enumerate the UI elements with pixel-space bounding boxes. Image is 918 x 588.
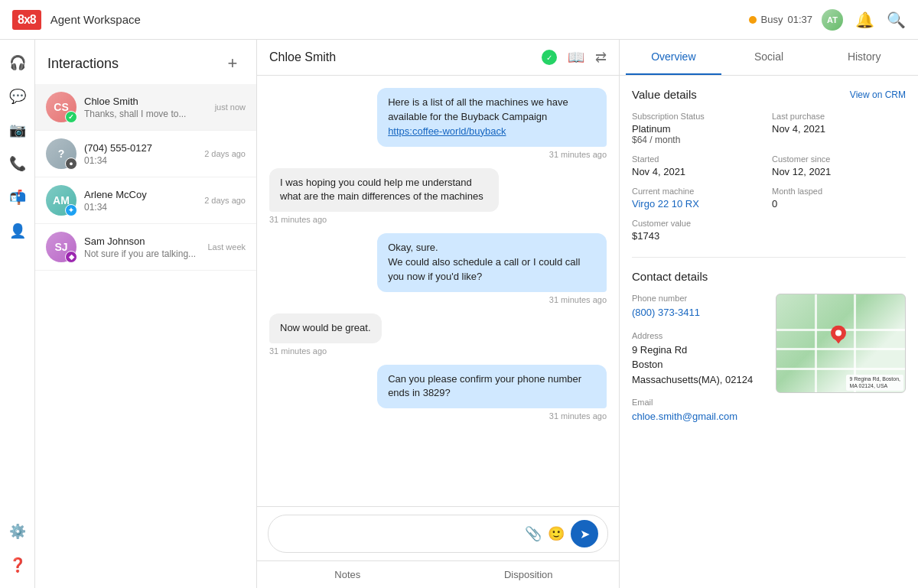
nav-video[interactable]: 📷 xyxy=(4,116,31,144)
contact-info: Arlene McCoy 01:34 xyxy=(84,189,194,213)
interactions-panel: Interactions + CS ✓ Chloe Smith Thanks, … xyxy=(35,40,257,588)
chat-input-row: 📎 🙂 ➤ xyxy=(268,515,608,553)
address-label: Address xyxy=(632,331,767,340)
contact-time: 2 days ago xyxy=(204,196,246,205)
chat-footer-tabs: Notes Disposition xyxy=(257,560,619,588)
nav-help[interactable]: ❓ xyxy=(4,551,31,579)
notifications-icon[interactable]: 🔔 xyxy=(855,11,874,29)
agent-avatar[interactable]: AT xyxy=(822,9,843,31)
attach-icon[interactable]: 📎 xyxy=(525,525,542,542)
tab-social[interactable]: Social xyxy=(721,40,817,75)
topbar: 8x8 Agent Workspace Busy 01:37 AT 🔔 🔍 xyxy=(0,0,918,40)
contact-item[interactable]: AM ✦ Arlene McCoy 01:34 2 days ago xyxy=(35,177,256,224)
contact-item[interactable]: SJ ◆ Sam Johnson Not sure if you are tal… xyxy=(35,224,256,271)
nav-contacts[interactable]: 👤 xyxy=(4,217,31,245)
address-detail: Address 9 Regina Rd Boston Massachusetts… xyxy=(632,331,767,388)
message-row: I was hoping you could help me understan… xyxy=(269,168,607,231)
transfer-icon[interactable]: ⇄ xyxy=(595,49,607,66)
chat-header: Chloe Smith ✓ 📖 ⇄ xyxy=(257,40,619,76)
svg-marker-1 xyxy=(834,337,843,343)
chat-input[interactable] xyxy=(278,528,519,540)
message-time: 31 minutes ago xyxy=(549,411,607,421)
view-crm-link[interactable]: View on CRM xyxy=(850,89,906,100)
chat-messages: Here is a list of all the machines we ha… xyxy=(257,76,619,506)
contact-info: Chloe Smith Thanks, shall I move to... xyxy=(84,96,204,119)
value-details-header: Value details View on CRM xyxy=(632,88,906,101)
chat-input-area: 📎 🙂 ➤ xyxy=(257,506,619,560)
book-icon[interactable]: 📖 xyxy=(568,49,584,66)
nav-chat[interactable]: 💬 xyxy=(4,83,31,110)
email-detail: Email chloe.smith@gmail.com xyxy=(632,398,767,424)
contact-preview: 01:34 xyxy=(84,155,194,166)
message-time: 31 minutes ago xyxy=(549,295,607,304)
contact-details-header: Contact details xyxy=(632,270,906,283)
nav-settings[interactable]: ⚙️ xyxy=(4,518,31,545)
last-purchase: Last purchase Nov 4, 2021 xyxy=(772,112,906,145)
phone-value[interactable]: (800) 373-3411 xyxy=(632,305,767,320)
message-bubble: Can you please confirm your phone number… xyxy=(377,365,607,409)
timer-text: 01:37 xyxy=(787,14,812,25)
message-link[interactable]: https:coffee-world/buyback xyxy=(388,125,506,137)
contact-info: (704) 555-0127 01:34 xyxy=(84,142,194,166)
message-row: Now would be great. 31 minutes ago xyxy=(269,313,607,362)
contact-preview: Not sure if you are talking... xyxy=(84,249,197,259)
map-label: 9 Regina Rd, Boston,MA 02124, USA xyxy=(846,375,903,391)
value-details-title: Value details xyxy=(632,88,697,101)
details-content: Value details View on CRM Subscription S… xyxy=(620,76,918,437)
started: Started Nov 4, 2021 xyxy=(632,154,766,177)
side-nav: 🎧 💬 📷 📞 📬 👤 ⚙️ ❓ xyxy=(0,40,35,588)
contact-preview: 01:34 xyxy=(84,202,194,213)
message-time: 31 minutes ago xyxy=(269,346,327,356)
contact-info: Sam Johnson Not sure if you are talking.… xyxy=(84,236,197,259)
subscription-status: Subscription Status Platinum $64 / month xyxy=(632,112,766,145)
notes-tab[interactable]: Notes xyxy=(257,561,438,588)
send-button[interactable]: ➤ xyxy=(571,520,598,547)
contact-name: Sam Johnson xyxy=(84,236,197,247)
whatsapp-badge: ✓ xyxy=(542,50,557,65)
address-line1: 9 Regina Rd xyxy=(632,343,767,358)
message-row: Here is a list of all the machines we ha… xyxy=(269,88,607,165)
add-interaction-button[interactable]: + xyxy=(221,52,244,75)
emoji-icon[interactable]: 🙂 xyxy=(548,525,565,542)
map-pin xyxy=(831,325,846,346)
message-bubble: Okay, sure.We could also schedule a call… xyxy=(377,233,607,292)
phone-label: Phone number xyxy=(632,294,767,303)
nav-voicemail[interactable]: 📬 xyxy=(4,184,31,211)
contact-preview: Thanks, shall I move to... xyxy=(84,109,204,119)
app-title: Agent Workspace xyxy=(50,13,740,26)
nav-phone[interactable]: 📞 xyxy=(4,150,31,177)
contact-avatar: CS ✓ xyxy=(46,92,76,122)
contact-avatar: SJ ◆ xyxy=(46,232,76,262)
message-row: Okay, sure.We could also schedule a call… xyxy=(269,233,607,310)
current-machine: Current machine Virgo 22 10 RX xyxy=(632,187,766,210)
contact-item[interactable]: CS ✓ Chloe Smith Thanks, shall I move to… xyxy=(35,84,256,131)
svg-point-2 xyxy=(835,330,842,336)
contact-avatar: ? ● xyxy=(46,138,76,169)
contact-item[interactable]: ? ● (704) 555-0127 01:34 2 days ago xyxy=(35,131,256,177)
phone-detail: Phone number (800) 373-3411 xyxy=(632,294,767,320)
main-layout: 🎧 💬 📷 📞 📬 👤 ⚙️ ❓ Interactions + CS ✓ Chl… xyxy=(0,40,918,588)
status-indicator: Busy 01:37 xyxy=(749,14,812,25)
channel-badge: ✓ xyxy=(65,111,77,123)
divider xyxy=(632,257,906,258)
channel-badge: ✦ xyxy=(65,204,77,216)
contact-time: 2 days ago xyxy=(204,149,246,158)
contact-name: Chloe Smith xyxy=(84,96,204,107)
search-icon[interactable]: 🔍 xyxy=(887,11,906,29)
contact-details-content: Phone number (800) 373-3411 Address 9 Re… xyxy=(632,294,906,424)
contact-details-title: Contact details xyxy=(632,270,708,283)
contact-avatar: AM ✦ xyxy=(46,185,76,216)
disposition-tab[interactable]: Disposition xyxy=(438,561,620,588)
interactions-header: Interactions + xyxy=(35,40,256,84)
chat-contact-name: Chloe Smith xyxy=(269,50,536,64)
contact-name: Arlene McCoy xyxy=(84,189,194,200)
message-row: Can you please confirm your phone number… xyxy=(269,365,607,427)
message-bubble: I was hoping you could help me understan… xyxy=(269,168,499,213)
month-lapsed: Month lasped 0 xyxy=(772,187,906,210)
nav-headset[interactable]: 🎧 xyxy=(4,49,31,76)
tab-history[interactable]: History xyxy=(816,40,912,75)
tab-overview[interactable]: Overview xyxy=(626,40,721,75)
status-text: Busy xyxy=(761,14,783,25)
channel-badge: ● xyxy=(65,158,77,170)
email-value[interactable]: chloe.smith@gmail.com xyxy=(632,409,767,424)
